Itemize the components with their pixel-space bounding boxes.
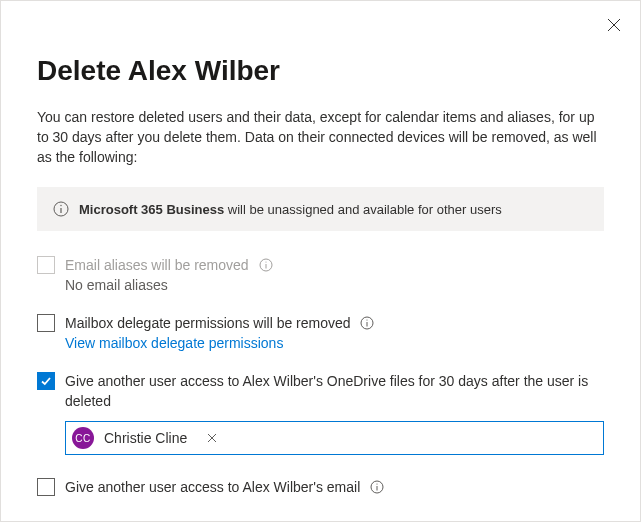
option-email-access-label: Give another user access to Alex Wilber'… <box>65 479 360 495</box>
checkbox-email-aliases <box>37 256 55 274</box>
intro-text: You can restore deleted users and their … <box>37 107 604 167</box>
banner-product: Microsoft 365 Business <box>79 202 224 217</box>
banner-suffix: will be unassigned and available for oth… <box>224 202 502 217</box>
info-icon <box>53 201 69 217</box>
persona-name: Christie Cline <box>100 430 189 446</box>
checkbox-onedrive-access[interactable] <box>37 372 55 390</box>
svg-point-7 <box>265 261 266 262</box>
banner-text: Microsoft 365 Business will be unassigne… <box>79 202 502 217</box>
option-mailbox-delegate-label: Mailbox delegate permissions will be rem… <box>65 315 351 331</box>
panel-title: Delete Alex Wilber <box>37 55 604 87</box>
option-onedrive-access-label: Give another user access to Alex Wilber'… <box>65 373 588 409</box>
close-button[interactable] <box>604 15 624 35</box>
onedrive-access-picker-wrap: CC Christie Cline <box>65 421 604 455</box>
close-icon <box>607 18 621 32</box>
option-onedrive-access: Give another user access to Alex Wilber'… <box>37 371 604 411</box>
svg-point-10 <box>367 319 368 320</box>
people-picker[interactable]: CC Christie Cline <box>65 421 604 455</box>
info-icon-email-access[interactable] <box>370 480 384 494</box>
checkbox-mailbox-delegate[interactable] <box>37 314 55 332</box>
svg-point-4 <box>60 205 61 206</box>
close-icon <box>207 433 217 443</box>
link-view-mailbox-delegate[interactable]: View mailbox delegate permissions <box>65 335 283 351</box>
info-icon-aliases[interactable] <box>259 258 273 272</box>
svg-point-15 <box>377 483 378 484</box>
option-email-aliases: Email aliases will be removed No email a… <box>37 255 604 293</box>
persona-chip: CC Christie Cline <box>72 427 221 449</box>
option-mailbox-delegate: Mailbox delegate permissions will be rem… <box>37 313 604 351</box>
avatar: CC <box>72 427 94 449</box>
info-icon-mailbox-delegate[interactable] <box>360 316 374 330</box>
license-unassign-banner: Microsoft 365 Business will be unassigne… <box>37 187 604 231</box>
option-email-aliases-sub: No email aliases <box>65 277 604 293</box>
option-email-aliases-label: Email aliases will be removed <box>65 257 249 273</box>
delete-user-panel: Delete Alex Wilber You can restore delet… <box>0 0 641 522</box>
option-email-access: Give another user access to Alex Wilber'… <box>37 477 604 497</box>
checkbox-email-access[interactable] <box>37 478 55 496</box>
chip-remove-button[interactable] <box>203 429 221 447</box>
checkmark-icon <box>40 375 52 387</box>
